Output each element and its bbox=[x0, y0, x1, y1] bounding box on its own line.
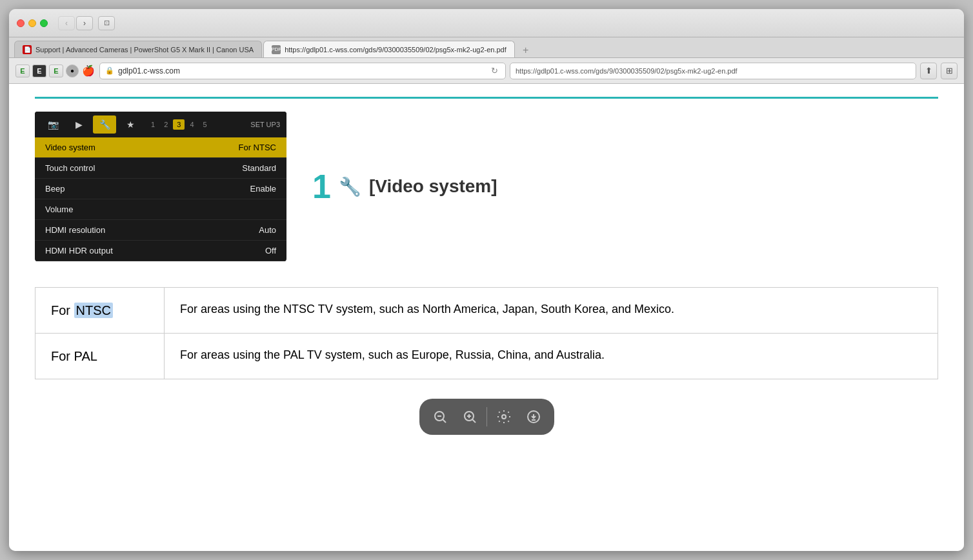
svg-line-4 bbox=[472, 419, 476, 423]
bookmark-icon-4[interactable]: ● bbox=[66, 65, 79, 77]
lock-icon: 🔒 bbox=[105, 66, 114, 75]
tab-bar: 📄 Support | Advanced Cameras | PowerShot… bbox=[9, 37, 964, 58]
nav-buttons: ‹ › bbox=[58, 16, 93, 30]
minimize-button[interactable] bbox=[28, 19, 36, 27]
tab-favicon-2: PDF bbox=[272, 45, 281, 54]
menu-item-touch-control: Touch control Standard bbox=[35, 158, 286, 179]
menu-icon-play: ▶ bbox=[67, 115, 90, 134]
tab-num-4: 4 bbox=[186, 119, 197, 130]
tab-label-2: https://gdlp01.c-wss.com/gds/9/030003550… bbox=[285, 46, 507, 54]
maximize-button[interactable] bbox=[40, 19, 48, 27]
bookmark-icon-2[interactable]: E bbox=[32, 65, 46, 77]
main-layout: 📷 ▶ 🔧 ★ 1 2 3 4 5 SET UP3 Video system bbox=[35, 112, 938, 261]
second-url-bar[interactable]: https://gdlp01.c-wss.com/gds/9/030003550… bbox=[510, 63, 916, 79]
pdf-toolbar bbox=[419, 399, 554, 435]
info-table: For NTSC For areas using the NTSC TV sys… bbox=[35, 287, 938, 379]
menu-item-label-hdmi-res: HDMI resolution bbox=[45, 225, 259, 235]
menu-item-value-beep: Enable bbox=[250, 184, 276, 194]
toolbar-divider bbox=[487, 407, 487, 426]
wrench-icon-title: 🔧 bbox=[339, 176, 361, 197]
tab-label-1: Support | Advanced Cameras | PowerShot G… bbox=[35, 46, 254, 54]
bookmark-icon-3[interactable]: E bbox=[49, 65, 63, 77]
tab-num-1: 1 bbox=[147, 119, 159, 130]
menu-item-label-volume: Volume bbox=[45, 205, 276, 214]
section-title: [Video system] bbox=[369, 176, 497, 197]
pal-description-cell: For areas using the PAL TV system, such … bbox=[165, 334, 938, 379]
reader-button[interactable]: ⊞ bbox=[941, 63, 958, 79]
tab-pdf[interactable]: PDF https://gdlp01.c-wss.com/gds/9/03000… bbox=[263, 41, 515, 57]
menu-icon-wrench: 🔧 bbox=[93, 115, 116, 134]
title-bar: ‹ › ⊡ bbox=[9, 9, 964, 37]
share-button[interactable]: ⬆ bbox=[920, 63, 937, 79]
menu-tab-bar: 📷 ▶ 🔧 ★ 1 2 3 4 5 SET UP3 bbox=[35, 112, 286, 137]
pal-label-cell: For PAL bbox=[35, 334, 165, 379]
zoom-in-button[interactable] bbox=[456, 403, 484, 431]
tab-num-5: 5 bbox=[199, 119, 211, 130]
section-header: 1 🔧 [Video system] bbox=[312, 112, 497, 261]
menu-tab-numbers: 1 2 3 4 5 bbox=[147, 119, 211, 130]
menu-item-value-hdmi-hdr: Off bbox=[265, 246, 276, 255]
svg-point-7 bbox=[502, 415, 506, 419]
menu-item-value-video: For NTSC bbox=[239, 143, 277, 152]
camera-menu-image: 📷 ▶ 🔧 ★ 1 2 3 4 5 SET UP3 Video system bbox=[35, 112, 286, 261]
pdf-download-button[interactable] bbox=[519, 403, 548, 431]
table-row-ntsc: For NTSC For areas using the NTSC TV sys… bbox=[35, 288, 938, 334]
menu-item-hdmi-hdr: HDMI HDR output Off bbox=[35, 241, 286, 261]
menu-item-label-video: Video system bbox=[45, 143, 239, 152]
second-url-text: https://gdlp01.c-wss.com/gds/9/030003550… bbox=[516, 67, 737, 75]
svg-line-1 bbox=[442, 419, 446, 423]
ntsc-description-cell: For areas using the NTSC TV system, such… bbox=[165, 288, 938, 334]
menu-item-volume: Volume bbox=[35, 199, 286, 220]
pdf-settings-button[interactable] bbox=[490, 403, 518, 431]
bookmark-icon-apple[interactable]: 🍎 bbox=[81, 65, 95, 77]
bookmark-icon-1[interactable]: E bbox=[15, 65, 30, 77]
ntsc-highlight: NTSC bbox=[74, 303, 113, 318]
forward-button[interactable]: › bbox=[76, 16, 93, 30]
close-button[interactable] bbox=[17, 19, 25, 27]
tab-num-2: 2 bbox=[160, 119, 172, 130]
table-row-pal: For PAL For areas using the PAL TV syste… bbox=[35, 334, 938, 379]
refresh-icon[interactable]: ↻ bbox=[488, 65, 500, 77]
page-content: 📷 ▶ 🔧 ★ 1 2 3 4 5 SET UP3 Video system bbox=[9, 84, 964, 551]
tab-favicon-1: 📄 bbox=[23, 45, 32, 54]
menu-icon-camera: 📷 bbox=[41, 115, 65, 134]
menu-icon-star: ★ bbox=[119, 115, 142, 134]
top-divider bbox=[35, 97, 938, 99]
address-bar: E E E ● 🍎 🔒 gdlp01.c-wss.com ↻ https://g… bbox=[9, 58, 964, 84]
zoom-out-button[interactable] bbox=[426, 403, 454, 431]
menu-item-value-touch: Standard bbox=[242, 163, 276, 173]
reading-view-button[interactable]: ⊡ bbox=[98, 16, 115, 30]
menu-item-label-hdmi-hdr: HDMI HDR output bbox=[45, 246, 265, 255]
menu-item-hdmi-res: HDMI resolution Auto bbox=[35, 220, 286, 241]
traffic-lights bbox=[17, 19, 48, 27]
menu-item-label-beep: Beep bbox=[45, 184, 250, 194]
section-number: 1 bbox=[312, 170, 331, 203]
back-button[interactable]: ‹ bbox=[58, 16, 75, 30]
url-bar[interactable]: 🔒 gdlp01.c-wss.com ↻ bbox=[99, 63, 506, 79]
menu-item-label-touch: Touch control bbox=[45, 163, 242, 173]
menu-setup-label: SET UP3 bbox=[250, 121, 280, 128]
tab-canon-support[interactable]: 📄 Support | Advanced Cameras | PowerShot… bbox=[14, 41, 262, 57]
menu-item-video-system: Video system For NTSC bbox=[35, 137, 286, 158]
menu-item-beep: Beep Enable bbox=[35, 179, 286, 199]
menu-item-value-hdmi-res: Auto bbox=[259, 225, 276, 235]
ntsc-label-cell: For NTSC bbox=[35, 288, 165, 334]
tab-num-3: 3 bbox=[173, 119, 185, 130]
url-text: gdlp01.c-wss.com bbox=[118, 66, 485, 75]
add-tab-button[interactable]: + bbox=[519, 43, 533, 57]
bookmark-icons: E E E ● 🍎 bbox=[15, 65, 95, 77]
